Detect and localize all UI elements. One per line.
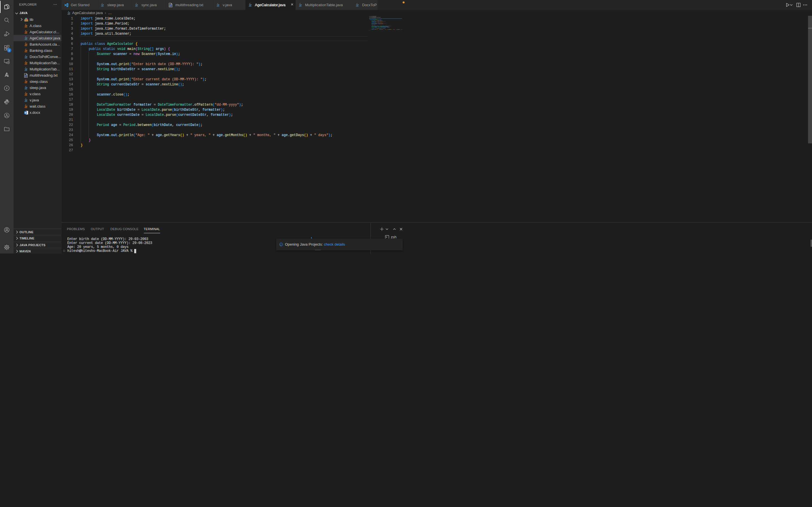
svg-text:W: W — [24, 112, 27, 114]
